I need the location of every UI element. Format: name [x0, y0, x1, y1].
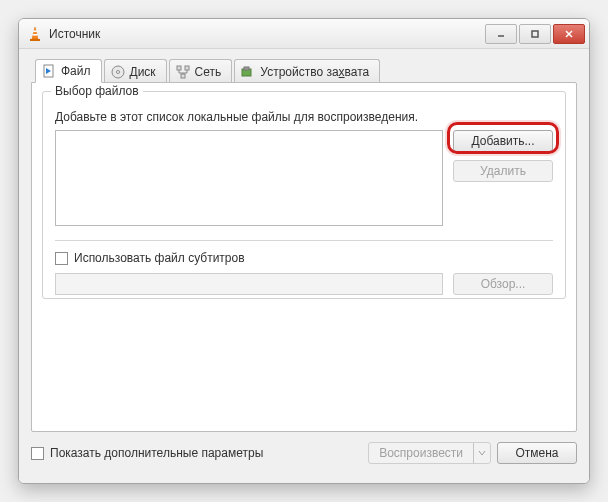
- subtitle-row: Обзор...: [55, 273, 553, 295]
- tab-label: Устройство захвата: [260, 65, 369, 79]
- capture-icon: [241, 65, 255, 79]
- group-title: Выбор файлов: [51, 84, 143, 98]
- svg-rect-15: [244, 67, 249, 70]
- show-more-row[interactable]: Показать дополнительные параметры: [31, 446, 263, 460]
- svg-rect-0: [33, 30, 37, 32]
- file-selection-group: Выбор файлов Добавьте в этот список лока…: [42, 91, 566, 299]
- file-icon: [42, 64, 56, 78]
- tab-label: Файл: [61, 64, 91, 78]
- tab-disc[interactable]: Диск: [104, 59, 167, 83]
- add-button[interactable]: Добавить...: [453, 130, 553, 152]
- file-list[interactable]: [55, 130, 443, 226]
- tab-body: Выбор файлов Добавьте в этот список лока…: [31, 82, 577, 432]
- maximize-button[interactable]: [519, 24, 551, 44]
- tab-network[interactable]: Сеть: [169, 59, 233, 83]
- file-row: Добавить... Удалить: [55, 130, 553, 226]
- footer: Показать дополнительные параметры Воспро…: [31, 442, 577, 464]
- client-area: Файл Диск Сеть Устройство захвата Выбор …: [19, 49, 589, 483]
- tab-label: Диск: [130, 65, 156, 79]
- delete-button: Удалить: [453, 160, 553, 182]
- svg-rect-12: [185, 66, 189, 70]
- side-buttons: Добавить... Удалить: [453, 130, 553, 182]
- checkbox-icon[interactable]: [31, 447, 44, 460]
- tab-file[interactable]: Файл: [35, 59, 102, 83]
- dialog-window: Источник Файл Диск Сеть Устройство захв: [18, 18, 590, 484]
- window-title: Источник: [49, 27, 483, 41]
- tab-capture[interactable]: Устройство захвата: [234, 59, 380, 83]
- checkbox-icon[interactable]: [55, 252, 68, 265]
- chevron-down-icon[interactable]: [474, 449, 490, 457]
- hint-text: Добавьте в этот список локальные файлы д…: [55, 110, 553, 124]
- subtitle-path-input: [55, 273, 443, 295]
- svg-rect-4: [532, 31, 538, 37]
- play-button[interactable]: Воспроизвести: [368, 442, 491, 464]
- titlebar: Источник: [19, 19, 589, 49]
- vlc-cone-icon: [27, 26, 43, 42]
- close-button[interactable]: [553, 24, 585, 44]
- tab-label: Сеть: [195, 65, 222, 79]
- window-buttons: [483, 24, 585, 44]
- play-button-label: Воспроизвести: [369, 443, 474, 463]
- browse-button: Обзор...: [453, 273, 553, 295]
- subtitles-checkbox-label: Использовать файл субтитров: [74, 251, 245, 265]
- svg-rect-11: [177, 66, 181, 70]
- subtitles-checkbox-row[interactable]: Использовать файл субтитров: [55, 251, 553, 265]
- action-buttons: Воспроизвести Отмена: [368, 442, 577, 464]
- svg-rect-1: [33, 34, 38, 36]
- cancel-button[interactable]: Отмена: [497, 442, 577, 464]
- svg-rect-2: [30, 39, 40, 41]
- minimize-button[interactable]: [485, 24, 517, 44]
- show-more-label: Показать дополнительные параметры: [50, 446, 263, 460]
- network-icon: [176, 65, 190, 79]
- svg-rect-13: [181, 74, 185, 78]
- disc-icon: [111, 65, 125, 79]
- svg-point-10: [116, 70, 119, 73]
- tabs-header: Файл Диск Сеть Устройство захвата: [31, 59, 577, 83]
- divider: [55, 240, 553, 241]
